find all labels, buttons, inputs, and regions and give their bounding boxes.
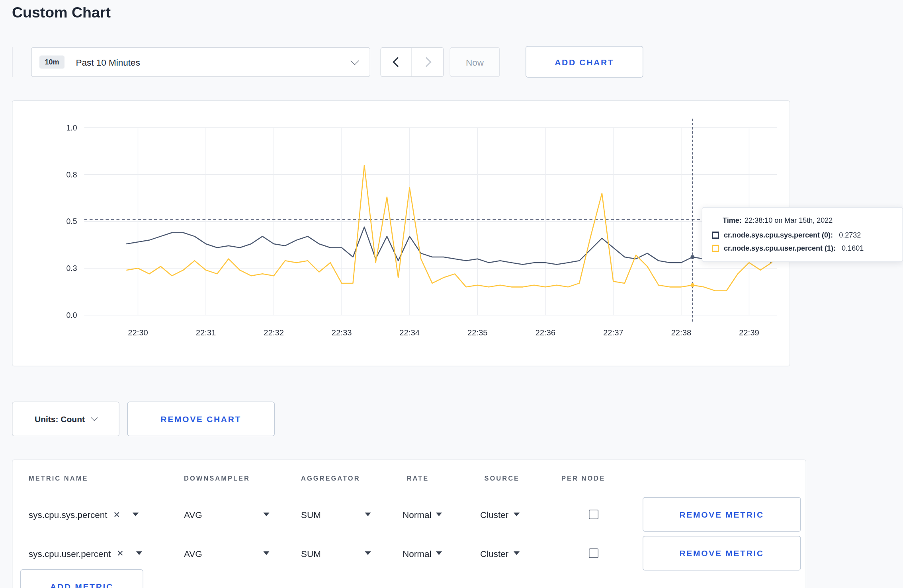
page-title: Custom Chart — [12, 4, 111, 21]
svg-text:0.5: 0.5 — [66, 217, 77, 226]
caret-down-icon — [136, 551, 142, 555]
tooltip-series-label: cr.node.sys.cpu.sys.percent (0): — [724, 231, 833, 239]
caret-down-icon — [436, 551, 442, 555]
time-nav-group — [381, 47, 444, 77]
svg-text:22:32: 22:32 — [264, 328, 284, 337]
chart-controls: Units: Count REMOVE CHART — [0, 402, 903, 436]
clear-metric-icon[interactable] — [117, 549, 124, 557]
col-header-per-node: PER NODE — [561, 475, 605, 482]
chart-tooltip: Time:22:38:10 on Mar 15th, 2022 cr.node.… — [702, 207, 903, 262]
chevron-right-icon — [421, 57, 431, 67]
svg-text:22:38: 22:38 — [671, 328, 692, 337]
svg-text:0.0: 0.0 — [66, 311, 77, 319]
sys-series-swatch-icon — [712, 232, 719, 239]
next-time-button[interactable] — [412, 47, 444, 77]
tooltip-series-row: cr.node.sys.cpu.sys.percent (0): 0.2732 — [712, 231, 893, 239]
time-range-badge: 10m — [39, 56, 64, 69]
downsampler-value: AVG — [184, 509, 202, 520]
chevron-down-icon — [91, 415, 98, 421]
per-node-checkbox[interactable] — [589, 549, 598, 558]
chevron-left-icon — [393, 57, 403, 67]
downsampler-value: AVG — [184, 548, 202, 559]
caret-down-icon — [436, 513, 442, 516]
rate-select[interactable]: Normal — [403, 535, 442, 572]
rate-select[interactable]: Normal — [403, 496, 442, 533]
svg-text:22:35: 22:35 — [467, 328, 488, 337]
caret-down-icon — [365, 551, 371, 555]
svg-text:0.3: 0.3 — [66, 264, 77, 273]
tooltip-series-label: cr.node.sys.cpu.user.percent (1): — [724, 244, 836, 253]
metric-name-select[interactable]: sys.cpu.sys.percent — [29, 496, 139, 533]
units-label: Units: Count — [35, 414, 85, 424]
col-header-source: SOURCE — [485, 475, 520, 482]
toolbar-divider — [12, 47, 13, 77]
tooltip-time-value: 22:38:10 on Mar 15th, 2022 — [745, 216, 833, 224]
prev-time-button[interactable] — [381, 47, 412, 77]
tooltip-time: Time:22:38:10 on Mar 15th, 2022 — [723, 216, 893, 224]
svg-text:22:34: 22:34 — [399, 328, 420, 337]
tooltip-series-value: 0.2732 — [839, 231, 861, 239]
chevron-down-icon — [350, 56, 359, 65]
tooltip-series-value: 0.1601 — [842, 244, 864, 253]
col-header-downsampler: DOWNSAMPLER — [184, 475, 250, 482]
toolbar: 10m Past 10 Minutes Now ADD CHART — [0, 47, 903, 80]
svg-text:22:39: 22:39 — [739, 328, 759, 337]
add-chart-button[interactable]: ADD CHART — [526, 46, 643, 78]
metric-row: sys.cpu.user.percent AVG SUM Normal Clus… — [13, 535, 807, 572]
custom-chart-page: Custom Chart 10m Past 10 Minutes Now ADD… — [0, 0, 903, 588]
source-select[interactable]: Cluster — [480, 496, 519, 533]
caret-down-icon — [513, 513, 519, 516]
tooltip-time-label: Time: — [723, 216, 742, 224]
source-select[interactable]: Cluster — [480, 535, 519, 572]
col-header-rate: RATE — [407, 475, 429, 482]
time-range-label: Past 10 Minutes — [76, 57, 140, 67]
caret-down-icon — [264, 551, 270, 555]
svg-text:0.8: 0.8 — [66, 170, 77, 179]
aggregator-value: SUM — [301, 548, 321, 559]
caret-down-icon — [264, 513, 270, 516]
aggregator-select[interactable]: SUM — [301, 535, 371, 572]
metric-name-select[interactable]: sys.cpu.user.percent — [29, 535, 142, 572]
source-value: Cluster — [480, 509, 508, 520]
user-series-swatch-icon — [712, 245, 719, 252]
svg-text:22:37: 22:37 — [603, 328, 624, 337]
svg-text:22:33: 22:33 — [332, 328, 352, 337]
remove-metric-button[interactable]: REMOVE METRIC — [643, 497, 801, 532]
col-header-metric-name: METRIC NAME — [29, 475, 88, 482]
svg-text:1.0: 1.0 — [66, 123, 77, 132]
svg-text:22:30: 22:30 — [128, 328, 148, 337]
caret-down-icon — [133, 513, 139, 516]
downsampler-select[interactable]: AVG — [184, 496, 270, 533]
svg-text:22:31: 22:31 — [196, 328, 216, 337]
add-metric-button[interactable]: ADD METRIC — [20, 569, 143, 588]
caret-down-icon — [513, 551, 519, 555]
col-header-aggregator: AGGREGATOR — [301, 475, 360, 482]
metric-name-label: sys.cpu.sys.percent — [29, 509, 108, 520]
rate-value: Normal — [403, 548, 432, 559]
now-button[interactable]: Now — [450, 47, 500, 77]
clear-metric-icon[interactable] — [113, 510, 121, 519]
remove-metric-button[interactable]: REMOVE METRIC — [643, 536, 801, 570]
per-node-checkbox[interactable] — [589, 510, 598, 519]
metric-row: sys.cpu.sys.percent AVG SUM Normal Clust… — [13, 496, 807, 533]
svg-text:22:36: 22:36 — [535, 328, 555, 337]
source-value: Cluster — [480, 548, 508, 559]
units-select[interactable]: Units: Count — [12, 402, 119, 436]
aggregator-select[interactable]: SUM — [301, 496, 371, 533]
remove-chart-button[interactable]: REMOVE CHART — [127, 402, 275, 436]
aggregator-value: SUM — [301, 509, 321, 520]
metrics-table: METRIC NAME DOWNSAMPLER AGGREGATOR RATE … — [12, 459, 806, 588]
downsampler-select[interactable]: AVG — [184, 535, 270, 572]
chart-card: 0.00.30.50.81.022:3022:3122:3222:3322:34… — [12, 100, 790, 366]
time-range-select[interactable]: 10m Past 10 Minutes — [31, 47, 370, 77]
rate-value: Normal — [403, 509, 432, 520]
caret-down-icon — [365, 513, 371, 516]
metric-name-label: sys.cpu.user.percent — [29, 548, 111, 559]
tooltip-series-row: cr.node.sys.cpu.user.percent (1): 0.1601 — [712, 244, 893, 253]
cpu-usage-chart[interactable]: 0.00.30.50.81.022:3022:3122:3222:3322:34… — [13, 101, 791, 367]
